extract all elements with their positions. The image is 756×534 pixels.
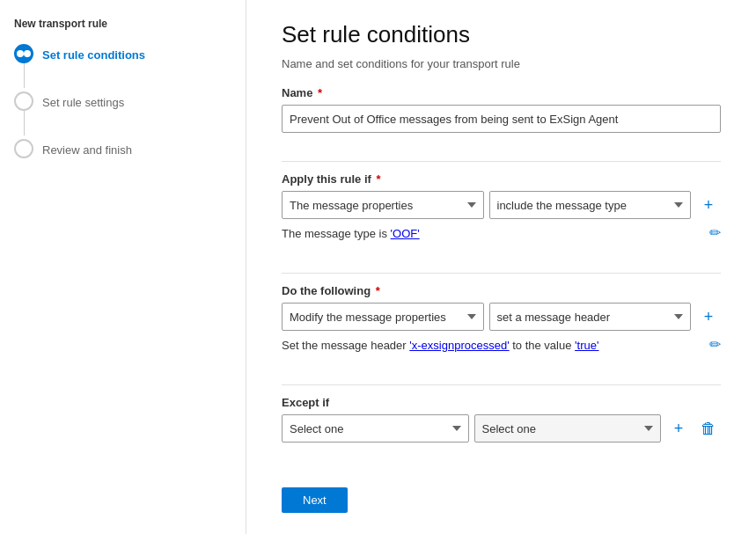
except-dropdown-2[interactable]: Select one bbox=[474, 414, 662, 443]
page-title: Set rule conditions bbox=[282, 21, 721, 48]
do-label: Do the following * bbox=[282, 284, 721, 297]
main-content: Set rule conditions Name and set conditi… bbox=[246, 0, 756, 534]
step-1-row: Set rule conditions bbox=[14, 44, 231, 63]
apply-condition-text: The message type is 'OOF' bbox=[282, 227, 709, 240]
except-section: Except if Select one Select one + 🗑 bbox=[282, 396, 721, 450]
do-dropdown-row: Modify the message properties set a mess… bbox=[282, 303, 721, 331]
except-label: Except if bbox=[282, 396, 721, 409]
footer: Next bbox=[282, 473, 721, 513]
step-1-connector bbox=[24, 63, 25, 88]
do-dropdown-1[interactable]: Modify the message properties bbox=[282, 303, 484, 331]
do-dropdown-2[interactable]: set a message header bbox=[489, 303, 692, 331]
except-dropdown-row: Select one Select one + 🗑 bbox=[282, 414, 721, 443]
name-section: Name * bbox=[282, 86, 721, 133]
step-1-wrapper: Set rule conditions bbox=[14, 44, 231, 88]
divider-2 bbox=[282, 273, 721, 274]
apply-add-button[interactable]: + bbox=[696, 193, 721, 217]
step-1-circle bbox=[14, 44, 33, 63]
do-edit-icon[interactable]: ✏ bbox=[709, 336, 721, 353]
name-label: Name * bbox=[282, 86, 721, 99]
step-3-row: Review and finish bbox=[14, 139, 231, 158]
step-list: Set rule conditions Set rule settings Re… bbox=[14, 44, 231, 158]
do-condition-link-2[interactable]: 'true' bbox=[575, 339, 598, 352]
apply-label: Apply this rule if * bbox=[282, 172, 721, 186]
divider-1 bbox=[282, 161, 721, 162]
apply-edit-icon[interactable]: ✏ bbox=[709, 224, 721, 241]
next-button[interactable]: Next bbox=[282, 487, 348, 513]
apply-condition-link[interactable]: 'OOF' bbox=[391, 227, 420, 240]
name-input[interactable] bbox=[282, 105, 721, 133]
step-2-row: Set rule settings bbox=[14, 91, 231, 111]
do-condition-link-1[interactable]: 'x-exsignprocessed' bbox=[409, 339, 509, 352]
step-2-connector bbox=[24, 111, 25, 135]
step-1-dot bbox=[17, 50, 24, 57]
step-1-label[interactable]: Set rule conditions bbox=[42, 47, 145, 62]
step-2-wrapper: Set rule settings bbox=[14, 91, 231, 135]
except-delete-button[interactable]: 🗑 bbox=[696, 416, 721, 441]
step-2-label[interactable]: Set rule settings bbox=[42, 94, 124, 109]
do-add-button[interactable]: + bbox=[696, 304, 721, 329]
do-condition-line: Set the message header 'x-exsignprocesse… bbox=[282, 338, 721, 353]
apply-dropdown-row: The message properties include the messa… bbox=[282, 191, 721, 219]
apply-condition-line: The message type is 'OOF' ✏ bbox=[282, 226, 721, 241]
sidebar: New transport rule Set rule conditions S… bbox=[0, 0, 246, 534]
step-2-circle bbox=[14, 91, 33, 111]
except-add-button[interactable]: + bbox=[666, 416, 691, 441]
step-3-circle bbox=[14, 139, 33, 158]
do-section: Do the following * Modify the message pr… bbox=[282, 284, 721, 356]
apply-dropdown-2[interactable]: include the message type bbox=[489, 191, 692, 219]
step-3-wrapper: Review and finish bbox=[14, 139, 231, 158]
do-condition-text: Set the message header 'x-exsignprocesse… bbox=[282, 339, 709, 352]
divider-3 bbox=[282, 384, 721, 385]
apply-dropdown-1[interactable]: The message properties bbox=[282, 191, 484, 219]
sidebar-title: New transport rule bbox=[14, 18, 231, 30]
except-dropdown-1[interactable]: Select one bbox=[282, 414, 469, 443]
apply-section: Apply this rule if * The message propert… bbox=[282, 172, 721, 245]
step-3-label[interactable]: Review and finish bbox=[42, 142, 132, 157]
page-description: Name and set conditions for your transpo… bbox=[282, 57, 721, 70]
